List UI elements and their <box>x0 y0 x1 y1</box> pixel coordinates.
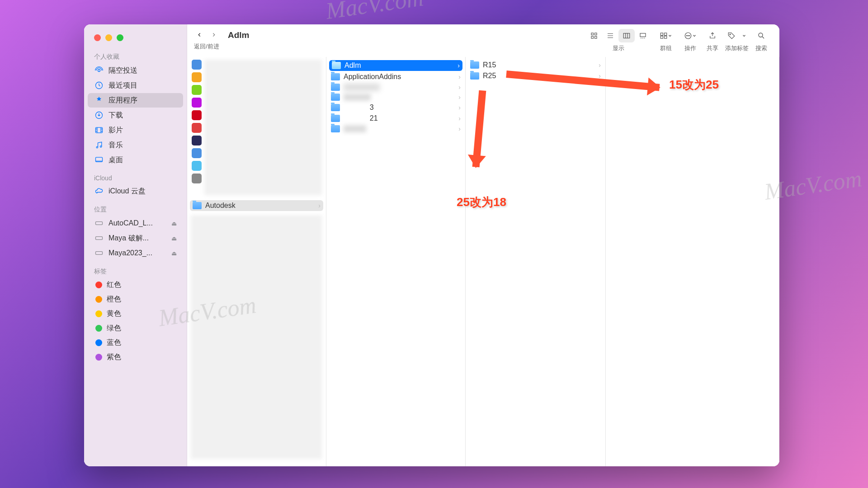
clock-icon <box>94 80 104 90</box>
share-button[interactable] <box>705 29 720 42</box>
search-button[interactable] <box>754 29 769 42</box>
sidebar-item-label: 橙色 <box>107 295 121 304</box>
svg-rect-9 <box>96 252 103 255</box>
chevron-right-icon: › <box>458 125 461 132</box>
svg-rect-11 <box>595 33 597 35</box>
sidebar-tag-orange[interactable]: 橙色 <box>88 292 183 306</box>
folder-autodesk[interactable]: Autodesk › <box>190 200 323 211</box>
folder-label: 21 <box>344 114 378 122</box>
tags-button[interactable] <box>727 29 746 42</box>
sidebar-section-locations: 位置 <box>84 202 187 216</box>
sidebar-item-label: 最近项目 <box>108 81 137 90</box>
column-4-preview <box>606 57 779 466</box>
eject-icon[interactable]: ⏏ <box>171 220 177 227</box>
view-group: 显示 <box>586 29 651 52</box>
folder-adlm[interactable]: Adlm › <box>329 60 462 71</box>
toolbar: 返回/前进 Adlm 显示 群组 操作 <box>187 24 779 57</box>
tag-dot-icon <box>95 310 102 317</box>
folder-applicationaddins[interactable]: ApplicationAddins › <box>326 71 465 82</box>
tag-dot-icon <box>95 354 102 361</box>
svg-rect-3 <box>96 127 103 133</box>
nav-label: 返回/前进 <box>194 42 219 51</box>
svg-point-5 <box>100 146 102 147</box>
folder-row[interactable]: 21 › <box>326 113 465 124</box>
action-group: 操作 <box>681 29 700 52</box>
forward-button[interactable] <box>208 29 220 41</box>
sidebar-item-label: 绿色 <box>107 324 121 333</box>
folder-row[interactable]: › <box>326 82 465 92</box>
folder-r15[interactable]: R15 › <box>466 60 605 70</box>
svg-rect-13 <box>595 37 597 39</box>
sidebar-item-movies[interactable]: 影片 <box>88 123 183 137</box>
view-gallery-button[interactable] <box>635 29 651 42</box>
svg-point-0 <box>98 70 100 72</box>
minimize-button[interactable] <box>105 34 112 41</box>
desktop-icon <box>94 155 104 165</box>
group-button[interactable] <box>656 29 675 42</box>
folder-icon <box>332 62 341 69</box>
eject-icon[interactable]: ⏏ <box>171 235 177 242</box>
chevron-right-icon: › <box>458 73 461 80</box>
folder-row[interactable]: 3 › <box>326 102 465 113</box>
download-icon <box>94 110 104 120</box>
tag-dot-icon <box>95 296 102 303</box>
maximize-button[interactable] <box>117 34 123 41</box>
svg-rect-17 <box>660 36 663 38</box>
apps-icon <box>94 95 104 105</box>
sidebar-item-airdrop[interactable]: 隔空投送 <box>88 63 183 78</box>
sidebar-item-disk[interactable]: Maya 破解... ⏏ <box>88 231 183 245</box>
view-icons-button[interactable] <box>586 29 602 42</box>
sidebar-item-recents[interactable]: 最近项目 <box>88 78 183 93</box>
cloud-icon <box>94 186 104 196</box>
sidebar-item-disk[interactable]: Maya2023_... ⏏ <box>88 246 183 260</box>
toolbar-label: 搜索 <box>755 44 767 52</box>
airdrop-icon <box>94 66 104 75</box>
folder-label: R25 <box>483 72 496 80</box>
action-button[interactable] <box>681 29 700 42</box>
folder-label <box>344 94 371 101</box>
app-icon <box>192 136 202 145</box>
folder-row[interactable]: › <box>326 124 465 134</box>
movie-icon <box>94 125 104 135</box>
sidebar-item-label: 紫色 <box>107 352 121 362</box>
sidebar-item-downloads[interactable]: 下载 <box>88 108 183 122</box>
svg-point-4 <box>96 146 98 148</box>
eject-icon[interactable]: ⏏ <box>171 250 177 257</box>
sidebar-item-music[interactable]: 音乐 <box>88 138 183 152</box>
sidebar-tag-green[interactable]: 绿色 <box>88 321 183 335</box>
folder-row[interactable]: › <box>326 92 465 102</box>
annotation-text: 25改为18 <box>457 194 506 210</box>
sidebar-tag-purple[interactable]: 紫色 <box>88 350 183 364</box>
folder-label: R15 <box>483 61 496 69</box>
sidebar-item-desktop[interactable]: 桌面 <box>88 153 183 167</box>
app-icon <box>192 148 202 158</box>
folder-icon <box>470 61 479 69</box>
sidebar-item-disk[interactable]: AutoCAD_L... ⏏ <box>88 216 183 230</box>
sidebar-item-applications[interactable]: 应用程序 <box>88 93 183 108</box>
toolbar-label: 添加标签 <box>725 44 749 52</box>
sidebar-item-label: Maya 破解... <box>108 234 149 243</box>
svg-point-23 <box>689 35 690 36</box>
app-icon <box>192 85 202 95</box>
back-button[interactable] <box>193 29 205 41</box>
view-columns-button[interactable] <box>618 29 635 42</box>
sidebar-tag-yellow[interactable]: 黄色 <box>88 307 183 321</box>
folder-label: Autodesk <box>205 202 236 210</box>
svg-point-25 <box>759 33 763 37</box>
view-list-button[interactable] <box>602 29 618 42</box>
sidebar-item-label: 黄色 <box>107 309 121 319</box>
watermark: MacV.com <box>324 0 425 24</box>
music-icon <box>94 140 104 150</box>
chevron-right-icon: › <box>458 62 460 69</box>
chevron-right-icon: › <box>458 94 461 101</box>
toolbar-label: 共享 <box>707 44 718 52</box>
svg-rect-15 <box>640 33 646 37</box>
tags-group: 添加标签 <box>725 29 749 52</box>
sidebar-tag-blue[interactable]: 蓝色 <box>88 336 183 350</box>
close-button[interactable] <box>94 34 101 41</box>
toolbar-label: 群组 <box>660 44 672 52</box>
sidebar-tag-red[interactable]: 红色 <box>88 278 183 292</box>
svg-point-22 <box>688 35 689 36</box>
sidebar-item-icloud-drive[interactable]: iCloud 云盘 <box>88 184 183 198</box>
svg-point-21 <box>686 35 687 36</box>
